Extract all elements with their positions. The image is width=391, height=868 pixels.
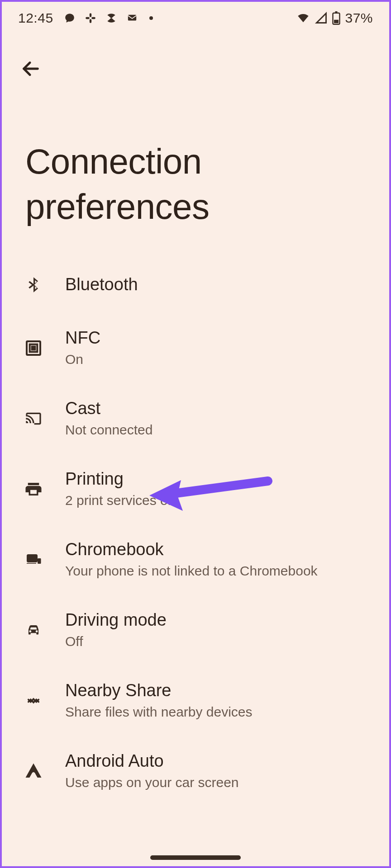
cast-icon (21, 406, 46, 431)
cell-signal-icon (315, 12, 328, 24)
arrow-back-icon (20, 58, 41, 79)
pref-subtext: Use apps on your car screen (65, 774, 239, 791)
pref-label: NFC (65, 328, 100, 348)
pref-subtext: 2 print services on (65, 491, 175, 509)
android-auto-icon (21, 759, 46, 784)
page-title: Connection preferences (2, 85, 389, 257)
svg-rect-6 (335, 11, 338, 13)
svg-rect-1 (89, 19, 91, 23)
pref-item-nearby-share[interactable]: Nearby Share Share files with nearby dev… (2, 665, 389, 736)
pref-label: Android Auto (65, 751, 239, 771)
svg-rect-3 (91, 17, 95, 19)
chat-bubble-icon (63, 12, 76, 24)
pref-item-nfc[interactable]: NFC On (2, 313, 389, 383)
status-right: 37% (296, 10, 373, 26)
pref-item-driving-mode[interactable]: Driving mode Off (2, 595, 389, 665)
pref-item-cast[interactable]: Cast Not connected (2, 383, 389, 454)
pref-label: Bluetooth (65, 275, 138, 294)
app-icon (105, 12, 118, 24)
bluetooth-icon (21, 272, 46, 297)
svg-rect-4 (128, 15, 136, 21)
toolbar (2, 34, 389, 85)
preference-list: Bluetooth NFC On Cast Not connected Prin… (2, 257, 389, 807)
pref-item-chromebook[interactable]: Chromebook Your phone is not linked to a… (2, 524, 389, 595)
pref-subtext: On (65, 350, 100, 368)
status-left: 12:45 (18, 10, 153, 26)
pref-subtext: Your phone is not linked to a Chromebook (65, 562, 318, 580)
car-icon (21, 618, 46, 643)
svg-rect-10 (32, 346, 35, 349)
pref-item-printing[interactable]: Printing 2 print services on (2, 454, 389, 524)
status-bar: 12:45 37% (2, 2, 389, 34)
status-clock: 12:45 (18, 10, 53, 26)
print-icon (21, 476, 46, 502)
nearby-share-icon (21, 688, 46, 713)
back-button[interactable] (14, 52, 47, 85)
battery-icon (332, 11, 340, 25)
pref-label: Chromebook (65, 540, 318, 559)
more-dot-icon (149, 16, 153, 20)
pref-label: Nearby Share (65, 681, 253, 700)
svg-rect-7 (334, 20, 339, 24)
pref-label: Printing (65, 469, 175, 489)
pref-item-bluetooth[interactable]: Bluetooth (2, 257, 389, 313)
nfc-icon (21, 335, 46, 361)
pref-label: Driving mode (65, 610, 167, 630)
mail-icon (126, 12, 138, 24)
slack-icon (84, 12, 97, 24)
gesture-nav-bar[interactable] (150, 855, 241, 860)
pref-subtext: Share files with nearby devices (65, 703, 253, 721)
pref-subtext: Not connected (65, 421, 153, 439)
pref-item-android-auto[interactable]: Android Auto Use apps on your car screen (2, 736, 389, 807)
chromebook-icon (21, 547, 46, 572)
pref-label: Cast (65, 399, 153, 418)
svg-rect-0 (89, 13, 91, 17)
pref-subtext: Off (65, 632, 167, 650)
wifi-icon (296, 12, 310, 24)
svg-rect-2 (86, 17, 90, 19)
battery-percent: 37% (345, 10, 373, 26)
